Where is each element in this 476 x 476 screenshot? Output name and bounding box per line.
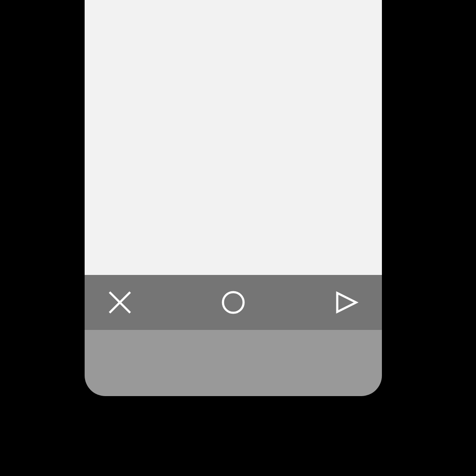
device-frame [85,0,382,396]
controls-bar [85,275,382,330]
play-button[interactable] [334,290,360,315]
close-icon [108,290,132,314]
svg-marker-3 [337,293,356,312]
record-button[interactable] [220,290,246,315]
circle-icon [221,290,245,314]
screen-content [85,0,382,275]
close-button[interactable] [107,290,133,315]
svg-point-2 [223,292,244,313]
play-icon [335,290,359,314]
